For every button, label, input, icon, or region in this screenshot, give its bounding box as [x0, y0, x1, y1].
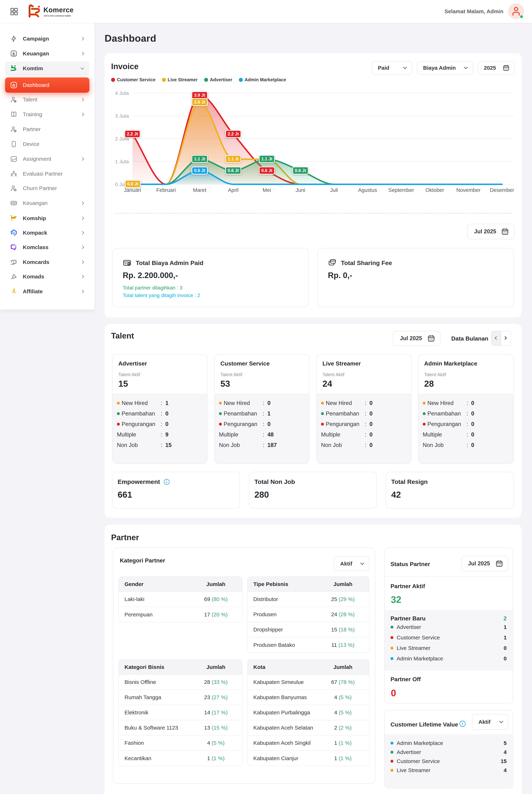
svg-text:April: April [228, 187, 239, 193]
svg-text:Januari: Januari [124, 187, 141, 193]
svg-text:3 Juta: 3 Juta [115, 113, 129, 119]
svg-text:Juni: Juni [296, 187, 305, 193]
svg-text:Juli: Juli [330, 187, 338, 193]
svg-text:Desember: Desember [490, 187, 514, 193]
svg-text:September: September [388, 187, 414, 193]
svg-text:Oktober: Oktober [425, 187, 444, 193]
svg-text:Agustus: Agustus [358, 187, 377, 193]
svg-text:Maret: Maret [193, 187, 206, 193]
svg-text:Mei: Mei [263, 187, 271, 193]
svg-text:November: November [456, 187, 481, 193]
svg-text:1 Juta: 1 Juta [115, 159, 129, 164]
svg-text:Februari: Februari [156, 187, 176, 193]
svg-text:4 Juta: 4 Juta [115, 90, 129, 96]
